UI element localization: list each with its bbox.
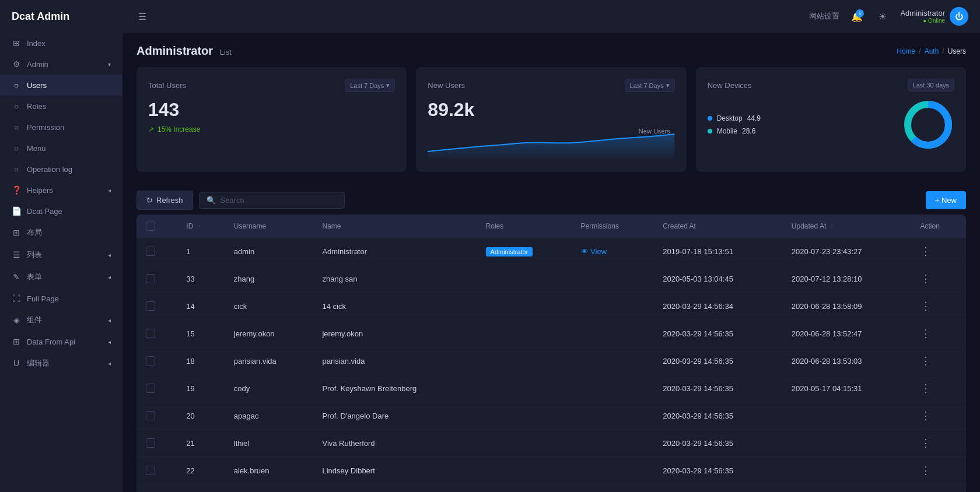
action-menu-icon[interactable]: ⋮ [921,437,932,449]
row-checkbox[interactable] [146,466,155,475]
table-row: 22 alek.bruen Lindsey Dibbert 2020-03-29… [136,457,966,484]
search-wrap: 🔍 [199,192,345,209]
table-row: 33 zhang zhang san 2020-05-03 13:04:45 2… [136,265,966,293]
cell-created-at: 2020-03-29 14:56:35 [653,375,782,402]
helpers-icon: ❓ [12,185,21,195]
sidebar-item-label: Roles [27,102,111,111]
action-menu-icon[interactable]: ⋮ [921,245,932,257]
col-permissions[interactable]: Permissions [572,215,654,238]
menu-toggle-icon[interactable]: ☰ [134,8,150,24]
row-checkbox[interactable] [146,301,155,311]
cell-name: Prof. D'angelo Dare [313,402,476,430]
total-users-dropdown[interactable]: Last 7 Days ▾ [345,79,395,92]
main-content: ☰ 网站设置 🔔 5 ☀ Administrator ● Online ⏻ Ad… [123,0,980,492]
row-checkbox[interactable] [146,411,155,420]
action-menu-icon[interactable]: ⋮ [921,300,932,312]
chevron-left-icon: ◂ [108,317,111,324]
sidebar-item-zujian[interactable]: ◈ 组件 ◂ [0,309,123,331]
row-checkbox[interactable] [146,384,155,393]
col-roles[interactable]: Roles [477,215,572,238]
cell-roles [477,265,572,293]
breadcrumb-home[interactable]: Home [897,47,915,55]
chevron-down-icon: ▾ [666,82,670,89]
cell-name: jeremy.okon [313,320,476,347]
topbar-right: 网站设置 🔔 5 ☀ Administrator ● Online ⏻ [809,7,968,26]
cell-name: parisian.vida [313,347,476,375]
breadcrumb-auth[interactable]: Auth [925,47,939,55]
cell-permissions: 👁 View [572,238,654,265]
action-menu-icon[interactable]: ⋮ [921,410,932,421]
new-users-value: 89.2k [428,99,674,121]
cell-username: jeremy.okon [225,320,313,347]
sidebar-item-permission[interactable]: ○ Permission [0,117,123,138]
sidebar-item-liebiao[interactable]: ☰ 列表 ◂ [0,244,123,266]
sidebar-item-helpers[interactable]: ❓ Helpers ◂ [0,180,123,201]
action-menu-icon[interactable]: ⋮ [921,382,932,394]
col-created-at[interactable]: Created At [653,215,782,238]
buju-icon: ⊞ [12,228,21,237]
cell-username: admin [225,238,313,265]
fullpage-icon: ⛶ [12,294,21,303]
row-checkbox[interactable] [146,438,155,448]
chevron-left-icon: ◂ [108,360,111,367]
new-users-title: New Users [428,81,465,90]
new-devices-dropdown[interactable]: Last 30 days [908,79,954,92]
table-row: 21 lthiel Viva Rutherford 2020-03-29 14:… [136,430,966,457]
page-header: Administrator List Home / Auth / Users [136,44,966,58]
col-name[interactable]: Name [313,215,476,238]
cell-permissions [572,484,654,493]
chevron-left-icon: ◂ [108,252,111,258]
page-title: Administrator List [136,44,232,58]
cell-name: Administrator [313,238,476,265]
cell-updated-at [782,457,911,484]
cell-action: ⋮ [911,484,967,493]
row-checkbox[interactable] [146,247,155,256]
cell-name: zhang san [313,265,476,293]
row-checkbox[interactable] [146,274,155,283]
cell-permissions [572,430,654,457]
sidebar-item-dcat-page[interactable]: 📄 Dcat Page [0,201,123,222]
table-row: 20 apagac Prof. D'angelo Dare 2020-03-29… [136,402,966,430]
sidebar-item-biaodan[interactable]: ✎ 表单 ◂ [0,266,123,288]
new-button[interactable]: + New [926,191,966,209]
sidebar-item-index[interactable]: ⊞ Index [0,33,123,54]
col-updated-at[interactable]: Updated At ↑ [782,215,911,238]
sidebar-item-users[interactable]: ○ Users [0,75,123,96]
action-menu-icon[interactable]: ⋮ [921,355,932,367]
sidebar-item-roles[interactable]: ○ Roles [0,96,123,117]
col-username[interactable]: Username [225,215,313,238]
cell-action: ⋮ [911,375,967,402]
cell-roles [477,484,572,493]
action-menu-icon[interactable]: ⋮ [921,465,932,476]
index-icon: ⊞ [12,38,21,48]
user-name: Administrator [900,9,945,17]
settings-label[interactable]: 网站设置 [809,11,839,22]
avatar[interactable]: ⏻ [950,7,968,26]
stats-row: Total Users Last 7 Days ▾ 143 ↗ 15% Incr… [136,67,966,172]
sidebar-item-admin[interactable]: ⚙ Admin ▾ [0,54,123,75]
action-menu-icon[interactable]: ⋮ [921,273,932,284]
sidebar-item-buju[interactable]: ⊞ 布局 [0,222,123,244]
row-checkbox[interactable] [146,329,155,338]
chevron-left-icon: ◂ [108,274,111,280]
col-id[interactable]: ID ↑ [177,215,224,238]
cell-updated-at: 2020-05-17 04:15:31 [782,375,911,402]
search-input[interactable] [220,196,337,205]
sidebar-item-datafromapi[interactable]: ⊞ Data From Api ◂ [0,331,123,352]
cell-id: 18 [177,347,224,375]
sidebar-item-menu[interactable]: ○ Menu [0,138,123,159]
sidebar-item-bianji[interactable]: U 编辑器 ◂ [0,352,123,374]
refresh-button[interactable]: ↻ Refresh [136,191,193,210]
sidebar-item-fullpage[interactable]: ⛶ Full Page [0,288,123,309]
select-all-checkbox[interactable] [146,222,155,231]
notification-icon[interactable]: 🔔 5 [849,8,865,24]
action-menu-icon[interactable]: ⋮ [921,328,932,339]
row-checkbox[interactable] [146,356,155,366]
cell-username: zhang [225,265,313,293]
new-users-dropdown[interactable]: Last 7 Days ▾ [625,79,675,92]
sidebar-item-label: Helpers [27,186,102,195]
sidebar-item-operation-log[interactable]: ○ Operation log [0,159,123,180]
theme-icon[interactable]: ☀ [874,8,891,24]
sidebar-item-label: Menu [27,144,111,153]
cell-username: apagac [225,402,313,430]
